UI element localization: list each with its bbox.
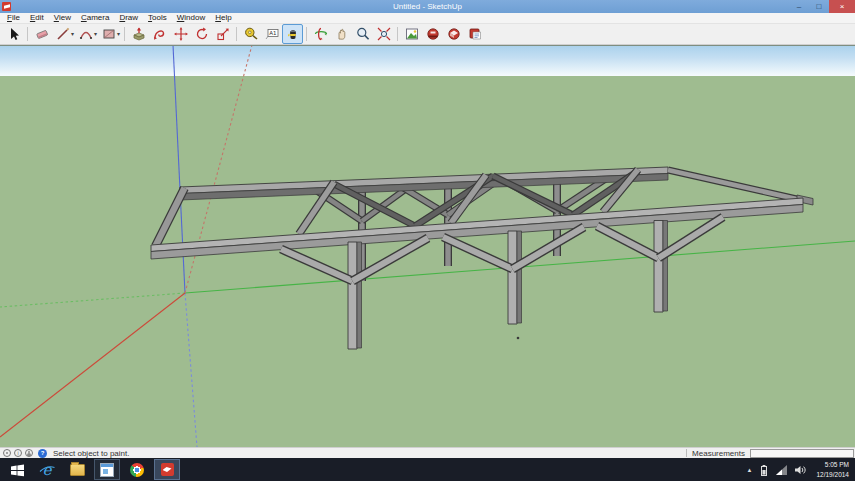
title-bar: Untitled - SketchUp – □ × [0, 0, 855, 13]
menu-camera[interactable]: Camera [76, 13, 114, 23]
windows-logo-icon [10, 463, 25, 477]
sign-in-icon[interactable] [25, 449, 33, 457]
3d-warehouse-icon [446, 26, 462, 42]
drawing-viewport[interactable] [0, 45, 855, 447]
chrome-icon [130, 463, 144, 477]
orbit-icon [313, 26, 329, 42]
eraser-tool-button[interactable] [31, 24, 52, 44]
svg-text:A1: A1 [269, 30, 276, 36]
paint-bucket-tool-button[interactable] [282, 24, 303, 44]
get-models-icon [404, 26, 420, 42]
restore-button[interactable]: □ [809, 0, 829, 13]
arc-icon [78, 26, 94, 42]
share-model-button[interactable] [422, 24, 443, 44]
model-structure [151, 167, 813, 349]
push-pull-icon [131, 26, 147, 42]
battery-icon[interactable] [759, 464, 769, 476]
svg-text:e: e [43, 461, 53, 479]
rectangle-icon [101, 26, 117, 42]
taskbar-open-app[interactable] [94, 459, 120, 480]
follow-me-icon [152, 26, 168, 42]
scale-tool-button[interactable] [212, 24, 233, 44]
toolbar-separator [27, 27, 28, 41]
paint-bucket-icon [285, 26, 301, 42]
push-pull-tool-button[interactable] [128, 24, 149, 44]
clock-date: 12/19/2014 [816, 470, 849, 479]
rotate-icon [194, 26, 210, 42]
toolbar-separator [397, 27, 398, 41]
measurements-input[interactable] [750, 449, 854, 458]
stray-point [517, 337, 520, 340]
tape-measure-icon [243, 26, 259, 42]
shapes-tool-dropdown[interactable]: ▾ [117, 25, 120, 43]
move-tool-button[interactable] [170, 24, 191, 44]
tray-expand-icon[interactable]: ▲ [747, 467, 753, 473]
network-icon[interactable] [775, 464, 788, 476]
help-icon[interactable]: ? [38, 449, 47, 458]
app-window-icon [100, 463, 114, 477]
windows-taskbar: e ▲ 5:05 PM 12/19/2014 [0, 458, 855, 481]
taskbar-internet-explorer[interactable]: e [34, 459, 60, 480]
menu-tools[interactable]: Tools [143, 13, 172, 23]
system-tray: ▲ 5:05 PM 12/19/2014 [747, 458, 855, 481]
internet-explorer-icon: e [38, 461, 56, 479]
share-model-icon [425, 26, 441, 42]
arc-tool-dropdown[interactable]: ▾ [94, 25, 97, 43]
menu-file[interactable]: File [2, 13, 25, 23]
status-hint-text: Select object to paint. [53, 449, 130, 458]
toolbar-separator [306, 27, 307, 41]
3d-warehouse-button[interactable] [443, 24, 464, 44]
menu-edit[interactable]: Edit [25, 13, 49, 23]
send-to-layout-button[interactable] [464, 24, 485, 44]
rotate-tool-button[interactable] [191, 24, 212, 44]
measurements-label: Measurements [692, 449, 745, 458]
menu-bar: File Edit View Camera Draw Tools Window … [0, 13, 855, 24]
menu-help[interactable]: Help [210, 13, 236, 23]
model-canvas [0, 45, 855, 447]
scale-icon [215, 26, 231, 42]
sketchup-window: Untitled - SketchUp – □ × File Edit View… [0, 0, 855, 481]
taskbar-clock[interactable]: 5:05 PM 12/19/2014 [816, 460, 849, 479]
start-button[interactable] [4, 459, 30, 480]
viewport-border [0, 45, 855, 46]
taskbar-sketchup-active[interactable] [154, 459, 180, 480]
menu-draw[interactable]: Draw [114, 13, 143, 23]
sketchup-taskbar-icon [161, 463, 174, 476]
drawing-axes [0, 45, 855, 447]
pan-hand-icon [334, 26, 350, 42]
measurements-separator [686, 449, 687, 457]
menu-view[interactable]: View [49, 13, 76, 23]
toolbar-separator [236, 27, 237, 41]
volume-icon[interactable] [794, 464, 807, 476]
pan-tool-button[interactable] [331, 24, 352, 44]
orbit-tool-button[interactable] [310, 24, 331, 44]
getting-started-toolbar: ▾ ▾ ▾ A1 [0, 24, 855, 45]
get-models-button[interactable] [401, 24, 422, 44]
close-button[interactable]: × [829, 0, 855, 13]
line-tool-button[interactable] [52, 24, 73, 44]
minimize-button[interactable]: – [789, 0, 809, 13]
claim-credit-icon[interactable]: i [14, 449, 22, 457]
menu-window[interactable]: Window [172, 13, 210, 23]
select-arrow-icon [6, 26, 22, 42]
line-tool-dropdown[interactable]: ▾ [71, 25, 74, 43]
text-tool-button[interactable]: A1 [261, 24, 282, 44]
toolbar-separator [124, 27, 125, 41]
move-icon [173, 26, 189, 42]
select-tool-button[interactable] [3, 24, 24, 44]
clock-time: 5:05 PM [816, 460, 849, 469]
follow-me-tool-button[interactable] [149, 24, 170, 44]
text-tool-icon: A1 [264, 26, 280, 42]
arc-tool-button[interactable] [75, 24, 96, 44]
eraser-icon [34, 26, 50, 42]
tape-measure-tool-button[interactable] [240, 24, 261, 44]
send-to-layout-icon [467, 26, 483, 42]
taskbar-file-explorer[interactable] [64, 459, 90, 480]
taskbar-chrome[interactable] [124, 459, 150, 480]
folder-icon [70, 464, 85, 476]
zoom-tool-button[interactable] [352, 24, 373, 44]
zoom-extents-tool-button[interactable] [373, 24, 394, 44]
shapes-tool-button[interactable] [98, 24, 119, 44]
geolocation-icon[interactable] [3, 449, 11, 457]
zoom-magnifier-icon [355, 26, 371, 42]
